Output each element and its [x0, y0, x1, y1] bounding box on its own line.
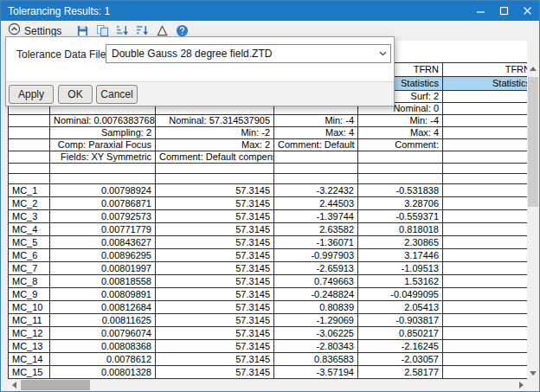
table-cell: MC_5	[9, 236, 50, 249]
table-cell: 57.3145	[156, 223, 274, 236]
table-cell: -1.36071	[274, 236, 358, 249]
table-cell: 57.3145	[156, 210, 274, 223]
table-cell	[443, 301, 527, 314]
table-cell: 57.3145	[156, 301, 274, 314]
vertical-scrollbar[interactable]	[527, 62, 539, 379]
horizontal-scroll-thumb[interactable]	[21, 380, 90, 390]
table-cell	[443, 184, 527, 197]
table-cell: MC_4	[9, 223, 50, 236]
table-cell: -3.06225	[274, 327, 358, 340]
table-cell: MC_2	[9, 197, 50, 210]
table-cell: 0.00808368	[50, 340, 156, 353]
table-cell: -2.16245	[358, 340, 443, 353]
table-cell	[156, 164, 274, 174]
table-cell: -1.09513	[358, 262, 443, 275]
table-cell	[443, 236, 527, 249]
table-cell: 57.3145	[156, 340, 274, 353]
table-row: MC_40.0077177957.31452.635820.818018	[9, 223, 527, 236]
table-cell	[443, 223, 527, 236]
table-cell: 3.28706	[358, 197, 443, 210]
table-cell: Max: 2	[156, 139, 274, 151]
table-cell: 57.3145	[156, 288, 274, 301]
table-cell: Nominal: 57.314537905	[156, 115, 274, 127]
table-row: Fields: XY SymmetricComment: Default com…	[9, 151, 527, 164]
table-cell	[443, 139, 527, 151]
table-cell: MC_8	[9, 275, 50, 288]
results-grid: TFRNTFRNStatisticsStatisticsSurf: 2Nomin…	[8, 62, 527, 379]
minimize-button[interactable]	[469, 1, 492, 21]
table-cell: 0.00812684	[50, 301, 156, 314]
table-cell: MC_1	[9, 184, 50, 197]
table-cell	[443, 249, 527, 262]
table-cell: Comment: Default radius to	[274, 139, 358, 151]
table-cell: -1.29069	[274, 314, 358, 327]
table-cell: 0.836583	[274, 353, 358, 366]
tolerance-data-file-select[interactable]: Double Gauss 28 degree field.ZTD	[106, 44, 391, 63]
table-cell: 0.00798924	[50, 184, 156, 197]
vertical-scroll-thumb[interactable]	[528, 77, 538, 207]
table-cell	[50, 174, 156, 184]
maximize-icon	[499, 6, 509, 16]
table-cell: -0.531838	[358, 184, 443, 197]
table-cell: -0.903817	[358, 314, 443, 327]
table-cell: 3.17446	[358, 249, 443, 262]
table-cell	[358, 174, 443, 184]
scroll-right-arrow-icon[interactable]	[515, 379, 527, 391]
table-cell: 57.3145	[156, 353, 274, 366]
apply-button[interactable]: Apply	[9, 85, 54, 104]
table-cell	[443, 103, 527, 115]
tolerance-data-file-label: Tolerance Data File:	[16, 48, 109, 61]
table-cell: -0.248824	[274, 288, 358, 301]
table-cell: 0.00796074	[50, 327, 156, 340]
tolerance-data-file-value: Double Gauss 28 degree field.ZTD	[112, 48, 375, 60]
table-cell	[443, 366, 527, 379]
table-cell	[443, 210, 527, 223]
table-cell	[443, 115, 527, 127]
table-cell: Nominal: 0.0076383768566	[50, 115, 156, 127]
table-cell: 0.00786871	[50, 197, 156, 210]
scroll-up-arrow-icon[interactable]	[527, 62, 539, 74]
table-cell: 2.44503	[274, 197, 358, 210]
table-cell	[443, 288, 527, 301]
column-header: TFRN	[443, 63, 527, 77]
table-cell	[443, 164, 527, 174]
table-cell	[443, 151, 527, 164]
cancel-button[interactable]: Cancel	[96, 85, 138, 104]
table-row: MC_50.0084362757.3145-1.360712.30865	[9, 236, 527, 249]
table-cell: 57.3145	[156, 262, 274, 275]
table-cell: -3.22432	[274, 184, 358, 197]
table-cell	[9, 139, 50, 151]
table-cell: 0.00771779	[50, 223, 156, 236]
ok-button[interactable]: OK	[58, 85, 93, 104]
table-row: MC_20.0078687157.31452.445033.28706	[9, 197, 527, 210]
table-cell: Statistics	[443, 77, 527, 91]
table-cell: MC_13	[9, 340, 50, 353]
table-cell	[443, 275, 527, 288]
settings-panel: Tolerance Data File: Double Gauss 28 deg…	[5, 36, 395, 106]
table-cell	[443, 262, 527, 275]
window-controls	[469, 1, 539, 21]
table-cell: Comment:	[358, 139, 443, 151]
table-cell: 57.3145	[156, 184, 274, 197]
table-cell: 0.00801997	[50, 262, 156, 275]
table-cell: 57.3145	[156, 327, 274, 340]
table-cell: 0.818018	[358, 223, 443, 236]
table-cell: MC_10	[9, 301, 50, 314]
table-cell: 0.00811625	[50, 314, 156, 327]
close-button[interactable]	[516, 1, 539, 21]
table-cell: Max: 4	[358, 127, 443, 139]
table-cell	[358, 164, 443, 174]
scroll-left-arrow-icon[interactable]	[8, 379, 20, 391]
scroll-down-arrow-icon[interactable]	[527, 367, 539, 379]
table-row: MC_30.0079257357.3145-1.39744-0.559371	[9, 210, 527, 223]
table-cell	[443, 91, 527, 103]
table-cell: 57.3145	[156, 249, 274, 262]
table-cell: 0.00809891	[50, 288, 156, 301]
maximize-button[interactable]	[492, 1, 516, 21]
titlebar[interactable]: Tolerancing Results: 1	[1, 1, 539, 21]
table-row: MC_140.007861257.31450.836583-2.03057	[9, 353, 527, 366]
horizontal-scrollbar[interactable]	[8, 379, 527, 391]
table-cell: Fields: XY Symmetric	[50, 151, 156, 164]
table-cell: Comp: Paraxial Focus	[50, 139, 156, 151]
table-row: MC_60.0089629557.3145-0.9979033.17446	[9, 249, 527, 262]
